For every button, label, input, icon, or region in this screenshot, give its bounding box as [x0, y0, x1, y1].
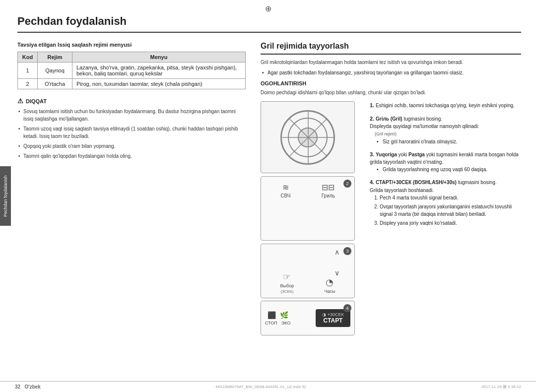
step-2: 2. Griль (Gril) tugmasini bosing. Disple… [370, 115, 521, 145]
footer: 32 O'zbek MG22M8079AT_BW_DE68-04445L-01_… [0, 381, 536, 392]
eco-label: ЭКО [281, 321, 291, 326]
stop-eco-area: ⬛ 🌿 СТОП ЭКО [265, 311, 290, 326]
step-1-text: Eshigini ochib, taomni tokchasiga qo'yin… [376, 103, 515, 108]
step-3-yoki: yoki [399, 152, 409, 157]
up-arrow-icon: ∧ [335, 248, 339, 256]
right-two-col: 2 ≋ СВЧ ⊟⊟ Гриль [261, 101, 521, 335]
step-2-number: 2. [370, 116, 374, 122]
table-cell-kod-1: 1 [18, 63, 38, 79]
warning-title: ⚠ DIQQAT [17, 97, 246, 105]
warning-list: Sovuq taomlarni isitish uchun bu funksiy… [17, 108, 246, 160]
list-item: Pech 4 marta tovushli signal beradi. [380, 194, 521, 201]
left-section-title: Tavsiya etilgan Issiq saqlash rejimi men… [17, 42, 246, 48]
page-container: ⊕ Pechdan foydalanish Pechdan foydalanis… [0, 0, 536, 392]
list-item: Grilda tayyorlashning eng uzoq vaqti 60 … [377, 166, 521, 173]
vybor-label: Выбор [280, 283, 294, 288]
svg-line-6 [308, 119, 327, 137]
panel-two-buttons: ≋ СВЧ ⊟⊟ Гриль [265, 181, 350, 200]
gril-description: Gril mikrotolqinlardan foydalanmagan hol… [261, 59, 521, 66]
step-2-text: tugmasini bosing. [403, 116, 442, 122]
step-3-bold2: Pastga [408, 152, 425, 157]
footer-language: O'zbek [24, 384, 40, 390]
table-cell-rejim-2: O'rtacha [38, 79, 72, 89]
left-column: Tavsiya etilgan Issiq saqlash rejimi men… [17, 42, 246, 335]
power-icon: ◑ [322, 312, 326, 317]
table-row: 1 Qaynoq Lazanya, sho'rva, gratin, zapek… [18, 63, 246, 79]
svg-line-7 [290, 137, 308, 156]
step-4-number: 4. [370, 179, 374, 185]
menu-table: Kod Rejim Menyu 1 Qaynoq Lazanya, sho'rv… [17, 52, 246, 89]
warning-section: ⚠ DIQQAT Sovuq taomlarni isitish uchun b… [17, 97, 246, 160]
badge-3: 3 [343, 247, 351, 255]
table-cell-rejim-1: Qaynoq [38, 63, 72, 79]
cbw-label: СВЧ [280, 193, 290, 198]
stop-label: СТОП [265, 321, 277, 326]
table-row: 2 O'rtacha Pirog, non, tuxumdan taomlar,… [18, 79, 246, 89]
stop-eco-icons: ⬛ 🌿 [268, 311, 288, 319]
left-side-tab[interactable]: Pechdan foydalanish [0, 166, 11, 226]
eco-icon: 🌿 [280, 311, 288, 319]
page-title: Pechdan foydalanish [17, 15, 521, 33]
ogohlantirish-title-text: OGOHLANTIRISH [261, 80, 306, 86]
step-3-sublist: Grilda tayyorlashning eng uzoq vaqti 60 … [370, 166, 521, 173]
gril-label: Гриль [322, 193, 335, 198]
vybor-button: ☞ Выбор (3СЕК) [280, 271, 294, 294]
list-item: Taomni uzoq vaqt issiq saqlash tavsiya e… [17, 125, 246, 140]
step-4-bold: СТАРТ/+30СЕК (BOSHLASH/+30s) [376, 180, 457, 185]
hand-icon: ☞ [283, 271, 291, 282]
stop-icon: ⬛ [268, 311, 276, 319]
footer-file-left: MG22M8079AT_BW_DE68-04445L-01_UZ.indd 32 [216, 385, 306, 389]
panel-vybor-section: 3 ∧ ☞ Выбор (3СЕК) ◔ [261, 244, 355, 298]
list-item: Siz gril haroratini o'lnata olmaysiz. [377, 138, 521, 145]
panel-buttons-section: 2 ≋ СВЧ ⊟⊟ Гриль [261, 176, 355, 241]
cbw-icon: ≋ [282, 183, 289, 192]
list-item: Taomni qalin qo'lqopdan foydalangan hold… [17, 152, 246, 160]
down-arrow-icon: ∨ [335, 269, 339, 277]
table-cell-kod-2: 2 [18, 79, 38, 89]
step-1-number: 1. [370, 102, 374, 108]
plus30-label: ◑ +30СЕК [322, 312, 344, 317]
step-4-sub: Grilda tayyorlash boshlanadi. [370, 188, 434, 193]
svg-line-4 [290, 119, 308, 137]
list-item: Qopqoq yoki plastik o'ram bilan yopmang. [17, 142, 246, 150]
grill-image-panel [261, 101, 355, 173]
table-cell-menyu-1: Lazanya, sho'rva, gratin, zapekanka, pit… [72, 63, 246, 79]
start-button-area[interactable]: ◑ +30СЕК СТАРТ [316, 309, 350, 327]
step-4-numbered-list: Pech 4 marta tovushli signal beradi. Ovq… [370, 194, 521, 227]
top-crosshair-icon: ⊕ [265, 4, 271, 13]
chasy-label: Часы [324, 289, 335, 294]
start-label: СТАРТ [324, 317, 343, 324]
footer-file-right: 2017-11-29 圖 5:36:12 [481, 384, 521, 390]
svg-line-5 [308, 137, 327, 156]
steps-section: 1. Eshigini ochib, taomni tokchasiga qo'… [370, 101, 521, 335]
gril-note: Agar pastki tokchadan foydalansangiz, ya… [261, 69, 521, 76]
list-item: Ovqat tayyorlash jarayoni yakunlanganini… [380, 203, 521, 218]
table-cell-menyu-2: Pirog, non, tuxumdan taomlar, steyk (cha… [72, 79, 246, 89]
table-header-menyu: Menyu [72, 52, 246, 63]
gril-button-item: ⊟⊟ Гриль [322, 183, 335, 198]
warning-title-text: DIQQAT [26, 98, 47, 104]
step-3: 3. Yuqoriga yoki Pastga yoki tugmasini k… [370, 150, 521, 174]
clock-icon: ◔ [326, 277, 334, 288]
list-item: Displey yana joriy vaqtni ko'rsatadi. [380, 219, 521, 227]
table-header-kod: Kod [18, 52, 38, 63]
microwave-panel: 2 ≋ СВЧ ⊟⊟ Гриль [261, 101, 360, 335]
side-tab-label: Pechdan foydalanish [3, 175, 8, 217]
list-item: Sovuq taomlarni isitish uchun bu funksiy… [17, 108, 246, 123]
ogohlantirish-title: OGOHLANTIRISH [261, 80, 521, 86]
page-number: 32 [15, 384, 20, 390]
ogohlantirish-text: Doimo pechdagi idishlarni qo'lqop bilan … [261, 89, 521, 96]
step-2-bold: Griль (Gril) [376, 116, 402, 122]
two-column-layout: Tavsiya etilgan Issiq saqlash rejimi men… [17, 42, 521, 335]
table-header-rejim: Rejim [38, 52, 72, 63]
warning-triangle-icon: ⚠ [17, 97, 23, 105]
cbw-button-item: ≋ СВЧ [280, 183, 290, 198]
main-content: Pechdan foydalanish Tavsiya etilgan Issi… [17, 15, 521, 371]
grill-svg [261, 102, 354, 173]
step-1: 1. Eshigini ochib, taomni tokchasiga qo'… [370, 101, 521, 110]
step-3-bold: Yuqoriga [376, 152, 397, 157]
step-3-number: 3. [370, 151, 374, 157]
right-column: Gril rejimida tayyorlash Gril mikrotolqi… [261, 42, 521, 335]
step-2-sublist: Siz gril haroratini o'lnata olmaysiz. [370, 138, 521, 145]
stop-eco-labels: СТОП ЭКО [265, 321, 290, 326]
